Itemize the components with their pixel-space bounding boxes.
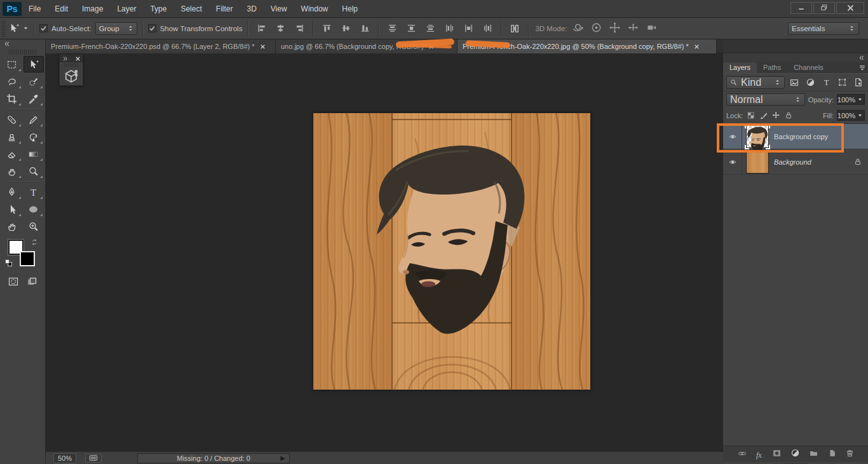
panel-grip[interactable] — [64, 64, 78, 67]
zoom-level-field[interactable]: 50% — [53, 453, 76, 463]
crop-tool[interactable] — [2, 90, 22, 107]
align-horizontal-centers-button[interactable] — [272, 21, 288, 36]
document-status[interactable]: Missing: 0 / Changed: 0 ▶ — [137, 453, 290, 463]
swap-colors-icon[interactable] — [30, 238, 39, 246]
lock-position-button[interactable] — [772, 111, 781, 120]
tools-panel-grip[interactable] — [9, 50, 36, 55]
screen-mode-button[interactable] — [25, 276, 38, 289]
menu-3d[interactable]: 3D — [240, 0, 263, 18]
distribute-bottom-edges-button[interactable] — [422, 21, 438, 36]
layer-visibility-toggle[interactable] — [723, 149, 742, 174]
close-panel-icon[interactable] — [75, 56, 81, 62]
workspace-switcher-dropdown[interactable]: Essentials — [788, 22, 859, 35]
tab-close-icon[interactable] — [694, 44, 700, 50]
3d-camera-button[interactable] — [646, 23, 658, 34]
minimize-button[interactable] — [790, 2, 812, 14]
add-layer-mask-button[interactable] — [771, 449, 782, 460]
menu-layer[interactable]: Layer — [110, 0, 143, 18]
collapse-dock-icon[interactable] — [857, 55, 865, 61]
gradient-tool[interactable] — [24, 146, 44, 162]
3d-slide-button[interactable] — [627, 22, 639, 35]
auto-align-layers-button[interactable] — [506, 21, 523, 36]
tab-close-icon[interactable] — [428, 44, 434, 50]
doc-tab-1[interactable]: Premium-French-Oak-220x220.psd @ 66.7% (… — [46, 39, 276, 53]
layer-name[interactable]: Background copy — [774, 133, 868, 140]
distribute-top-edges-button[interactable] — [384, 21, 400, 36]
show-transform-checkbox[interactable] — [148, 24, 156, 32]
auto-select-checkbox[interactable] — [39, 24, 48, 32]
tab-layers[interactable]: Layers — [723, 62, 757, 73]
link-layers-button[interactable] — [736, 449, 748, 460]
menu-type[interactable]: Type — [143, 0, 173, 18]
menu-filter[interactable]: Filter — [209, 0, 240, 18]
3d-roll-button[interactable] — [590, 22, 602, 35]
new-layer-button[interactable] — [827, 449, 837, 460]
lock-paint-button[interactable] — [759, 111, 768, 120]
path-selection-tool[interactable] — [2, 201, 22, 217]
new-adjustment-layer-button[interactable] — [790, 448, 800, 460]
type-filter-button[interactable]: T — [820, 78, 833, 87]
history-brush-tool[interactable] — [24, 128, 44, 145]
layer-style-button[interactable]: fx. — [756, 449, 763, 460]
blend-mode-dropdown[interactable]: Normal — [726, 93, 805, 106]
fill-field[interactable]: 100% — [837, 110, 865, 121]
adjustment-filter-button[interactable] — [804, 78, 817, 87]
filter-kind-dropdown[interactable]: Kind — [726, 76, 785, 89]
pixel-filter-button[interactable] — [788, 78, 801, 87]
distribute-vertical-centers-button[interactable] — [403, 21, 419, 36]
pen-tool[interactable] — [2, 184, 22, 200]
lock-all-button[interactable] — [785, 111, 792, 119]
sync-status-button[interactable] — [85, 454, 102, 463]
close-button[interactable] — [836, 2, 864, 14]
eraser-tool[interactable] — [2, 146, 22, 162]
background-color-swatch[interactable] — [20, 251, 35, 266]
panel-menu-icon[interactable] — [858, 64, 866, 71]
eyedropper-tool[interactable] — [24, 90, 44, 107]
lasso-tool[interactable] — [2, 73, 22, 90]
type-tool[interactable]: T — [24, 184, 44, 200]
align-vertical-centers-button[interactable] — [337, 21, 354, 36]
auto-select-target-dropdown[interactable]: Group — [95, 22, 137, 35]
3d-pan-button[interactable] — [609, 22, 621, 35]
status-flyout-arrow-icon[interactable]: ▶ — [280, 454, 285, 461]
menu-select[interactable]: Select — [173, 0, 208, 18]
doc-tab-3[interactable]: Premium-French-Oak-220x220.jpg @ 50% (Ba… — [458, 39, 717, 53]
layer-thumbnail[interactable] — [746, 151, 769, 174]
menu-edit[interactable]: Edit — [48, 0, 75, 18]
rectangular-marquee-tool[interactable] — [2, 56, 22, 72]
pencil-tool[interactable] — [24, 111, 44, 128]
align-top-edges-button[interactable] — [318, 21, 335, 36]
doc-tab-2[interactable]: uno.jpg @ 66.7% (Background copy, RGB/8#… — [276, 39, 458, 53]
delete-layer-button[interactable] — [845, 449, 855, 460]
lock-transparency-button[interactable] — [747, 111, 756, 120]
layer-row-background[interactable]: Background — [723, 149, 868, 175]
layers-list-empty-area[interactable] — [723, 175, 868, 446]
menu-help[interactable]: Help — [335, 0, 365, 18]
distribute-left-edges-button[interactable] — [441, 21, 458, 36]
tab-paths[interactable]: Paths — [757, 62, 787, 73]
shape-filter-button[interactable] — [836, 78, 849, 87]
expand-panel-icon[interactable] — [62, 56, 69, 62]
default-colors-icon[interactable] — [4, 259, 13, 267]
align-right-edges-button[interactable] — [291, 21, 308, 36]
ellipse-shape-tool[interactable] — [24, 201, 44, 217]
3d-orbit-button[interactable] — [572, 22, 584, 35]
smart-object-filter-button[interactable] — [852, 78, 865, 87]
distribute-right-edges-button[interactable] — [479, 21, 496, 36]
layer-visibility-toggle[interactable] — [723, 124, 742, 149]
new-group-button[interactable] — [808, 449, 819, 460]
tab-channels[interactable]: Channels — [787, 62, 829, 73]
quick-mask-button[interactable] — [7, 276, 20, 289]
menu-window[interactable]: Window — [294, 0, 336, 18]
restore-button[interactable] — [813, 2, 835, 14]
clone-stamp-tool[interactable] — [2, 128, 22, 145]
smudge-tool[interactable] — [2, 163, 22, 179]
healing-brush-tool[interactable] — [2, 111, 22, 128]
collapse-panel-icon[interactable] — [3, 41, 11, 47]
opacity-field[interactable]: 100% — [837, 94, 865, 105]
tab-close-icon[interactable] — [260, 44, 266, 50]
move-tool[interactable] — [24, 56, 44, 72]
menu-image[interactable]: Image — [75, 0, 110, 18]
canvas-pasteboard[interactable] — [46, 53, 723, 451]
layer-thumbnail[interactable] — [746, 125, 769, 148]
